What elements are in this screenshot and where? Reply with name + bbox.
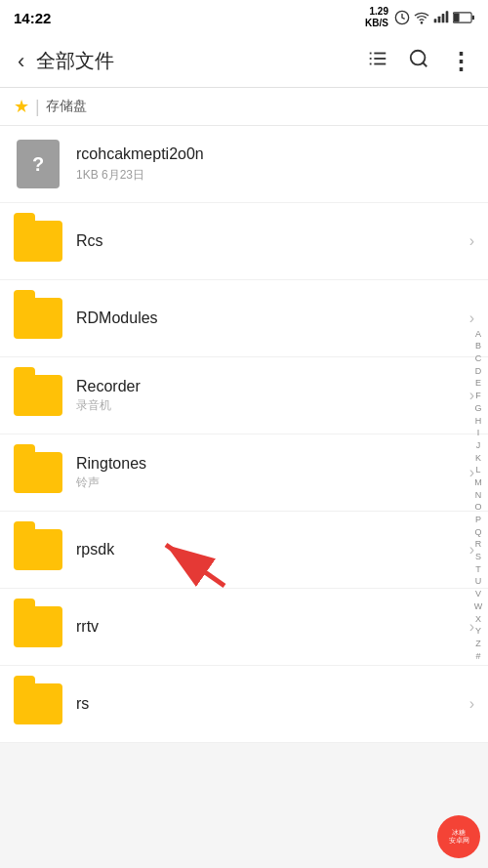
alpha-letter[interactable]: Y <box>475 626 481 638</box>
file-subtitle: 铃声 <box>76 475 462 491</box>
svg-rect-4 <box>442 14 445 22</box>
list-item[interactable]: RDModules › <box>0 280 488 357</box>
alpha-letter[interactable]: J <box>476 440 481 452</box>
breadcrumb-star-icon: ★ <box>14 96 29 117</box>
battery-icon <box>453 11 474 24</box>
file-info: rcohcakmepti2o0n 1KB 6月23日 <box>76 145 474 184</box>
status-speed: 1.29 KB/S <box>365 6 388 29</box>
svg-rect-2 <box>434 19 437 22</box>
file-info: rrtv <box>76 617 462 638</box>
svg-rect-3 <box>438 17 441 23</box>
alpha-letter[interactable]: T <box>475 564 481 576</box>
file-name: Ringtones <box>76 454 462 475</box>
svg-rect-7 <box>472 16 474 20</box>
alpha-letter[interactable]: G <box>474 403 481 415</box>
alpha-letter[interactable]: N <box>475 490 482 502</box>
alpha-letter[interactable]: I <box>477 428 480 439</box>
sort-icon[interactable] <box>361 42 394 80</box>
breadcrumb-separator: | <box>35 97 40 117</box>
page-title: 全部文件 <box>36 48 361 74</box>
file-info: rpsdk <box>76 540 462 560</box>
alpha-letter[interactable]: # <box>475 651 480 663</box>
file-info: RDModules <box>76 309 462 329</box>
file-info: rs <box>76 694 462 715</box>
alpha-letter[interactable]: E <box>475 378 481 390</box>
svg-line-16 <box>423 62 427 66</box>
svg-rect-8 <box>454 14 460 22</box>
alpha-letter[interactable]: X <box>475 614 481 626</box>
alpha-letter[interactable]: U <box>475 576 482 588</box>
watermark-text: 冰糖 安卓网 <box>449 829 469 846</box>
top-bar: ‹ 全部文件 ⋮ <box>0 35 488 88</box>
file-info: Rcs <box>76 231 462 252</box>
alpha-letter[interactable]: Q <box>474 527 481 539</box>
more-options-button[interactable]: ⋮ <box>443 42 478 81</box>
wifi-icon <box>414 10 429 25</box>
breadcrumb: ★ | 存储盘 <box>0 88 488 126</box>
list-item[interactable]: Rcs › <box>0 203 488 280</box>
alpha-letter[interactable]: H <box>475 416 482 428</box>
svg-rect-5 <box>446 11 449 22</box>
list-item[interactable]: ? rcohcakmepti2o0n 1KB 6月23日 <box>0 126 488 203</box>
search-button[interactable] <box>402 42 435 80</box>
svg-point-15 <box>411 51 426 65</box>
alpha-letter[interactable]: R <box>475 539 482 551</box>
status-bar: 14:22 1.29 KB/S <box>0 0 488 35</box>
file-info: Ringtones 铃声 <box>76 454 462 492</box>
alpha-letter[interactable]: W <box>474 601 483 613</box>
alpha-letter[interactable]: F <box>475 391 481 402</box>
file-name: Rcs <box>76 231 462 252</box>
clock-icon <box>394 10 410 25</box>
file-subtitle: 录音机 <box>76 397 462 414</box>
alpha-letter[interactable]: O <box>474 502 481 514</box>
list-item[interactable]: Ringtones 铃声 › <box>0 434 488 512</box>
alpha-letter[interactable]: S <box>475 552 481 563</box>
list-item[interactable]: rpsdk › <box>0 512 488 589</box>
breadcrumb-location[interactable]: 存储盘 <box>46 98 87 115</box>
signal-icon <box>433 10 449 25</box>
alpha-letter[interactable]: Z <box>475 639 481 650</box>
back-button[interactable]: ‹ <box>10 41 32 82</box>
file-name: RDModules <box>76 309 462 329</box>
alpha-letter[interactable]: C <box>475 353 482 365</box>
status-icons-group: 1.29 KB/S <box>365 6 474 29</box>
file-name: rcohcakmepti2o0n <box>76 145 474 165</box>
top-bar-actions: ⋮ <box>361 42 478 81</box>
alpha-letter[interactable]: K <box>475 453 481 465</box>
alpha-index: ABCDEFGHIJKLMNOPQRSTUVWXYZ# <box>468 126 488 865</box>
file-name: Recorder <box>76 377 462 397</box>
file-name: rpsdk <box>76 540 462 560</box>
list-item[interactable]: rrtv › <box>0 589 488 666</box>
alpha-letter[interactable]: B <box>475 341 481 352</box>
status-time: 14:22 <box>14 10 51 26</box>
list-item[interactable]: rs › <box>0 666 488 743</box>
alpha-letter[interactable]: A <box>475 329 481 341</box>
watermark: 冰糖 安卓网 <box>437 815 480 858</box>
alpha-letter[interactable]: V <box>475 589 481 600</box>
file-info: Recorder 录音机 <box>76 377 462 415</box>
list-item[interactable]: Recorder 录音机 › <box>0 357 488 434</box>
file-name: rrtv <box>76 617 462 638</box>
alpha-letter[interactable]: M <box>474 477 482 489</box>
alpha-letter[interactable]: L <box>475 465 480 476</box>
alpha-letter[interactable]: P <box>475 515 481 526</box>
file-name: rs <box>76 694 462 715</box>
file-list: ? rcohcakmepti2o0n 1KB 6月23日 Rcs › RDMod… <box>0 126 488 865</box>
svg-point-1 <box>421 22 422 23</box>
file-meta: 1KB 6月23日 <box>76 167 474 184</box>
alpha-letter[interactable]: D <box>475 366 482 378</box>
